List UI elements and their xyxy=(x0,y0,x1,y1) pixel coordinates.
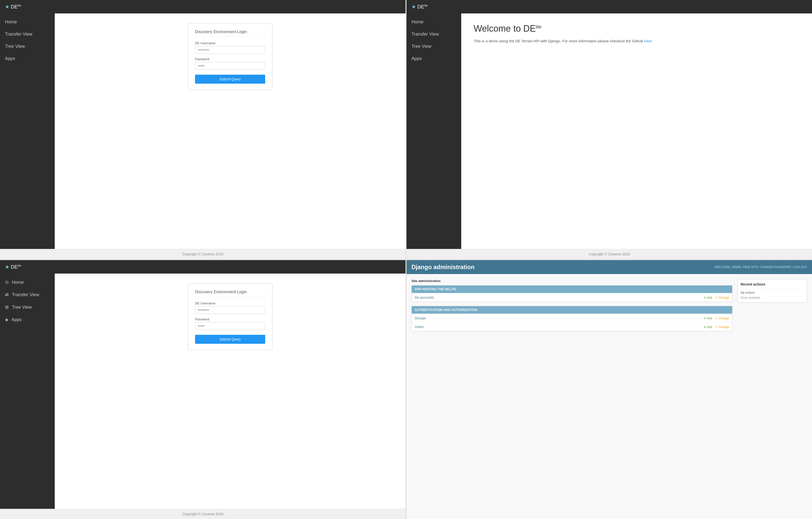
panel1-login-box: Discovery Environment Login DE Username … xyxy=(188,23,272,90)
django-site-admin-title: Site administration xyxy=(411,279,732,283)
none-available-label: None available xyxy=(741,296,804,299)
nav-transfer-2[interactable]: Transfer View xyxy=(406,28,461,40)
panel3-sidebar: ⊙ Home ⇄ Transfer View ⊞ Tree View ◈ App… xyxy=(0,274,55,509)
tree-icon: ⊞ xyxy=(5,304,9,310)
django-users-change[interactable]: ✎ Change xyxy=(716,325,729,329)
panel3-password-input[interactable] xyxy=(195,322,265,330)
panel3-login-title: Discovery Environment Login xyxy=(195,290,265,297)
panel1-submit-button[interactable]: Submit Query xyxy=(195,75,265,84)
panel2-brand: ★ DElite xyxy=(411,4,428,10)
django-title: Django administration xyxy=(411,264,474,271)
panel3-brand: ★ DElite xyxy=(5,264,21,270)
panel3-login-container: Discovery Environment Login DE Username … xyxy=(55,274,406,509)
apps-icon: ◈ xyxy=(5,317,8,322)
panel1-password-group: Password xyxy=(195,57,265,70)
panel2-inner: Home Transfer View Tree View Apps Welcom… xyxy=(406,13,812,249)
pencil-icon-1: ✎ xyxy=(716,296,719,299)
pencil-icon-3: ✎ xyxy=(716,325,719,329)
panel3-topbar: ★ DElite xyxy=(0,260,406,274)
recent-actions-box: Recent actions My actions None available xyxy=(737,279,807,303)
my-actions-label: My actions xyxy=(741,291,804,295)
nav-tree-2[interactable]: Tree View xyxy=(406,40,461,53)
panel2-topbar: ★ DElite xyxy=(406,0,812,13)
panel-2: ★ DElite Home Transfer View Tree View Ap… xyxy=(406,0,812,259)
django-admin-links: WELCOME, ADMIN. VIEW SITE / CHANGE PASSW… xyxy=(715,265,807,269)
plus-icon-2: ✦ xyxy=(703,317,707,320)
nav-apps-2[interactable]: Apps xyxy=(406,53,461,65)
panel1-password-input[interactable] xyxy=(195,62,265,70)
panel3-main: Discovery Environment Login DE Username … xyxy=(55,274,406,509)
django-recent-sidebar: Recent actions My actions None available xyxy=(737,279,807,514)
panel3-password-group: Password xyxy=(195,318,265,330)
panel2-welcome-desc: This is a demo using the DE Terrain API … xyxy=(474,39,800,43)
panel2-sidebar: Home Transfer View Tree View Apps xyxy=(406,13,461,249)
django-deaccounts-actions: ✦ Add ✎ Change xyxy=(701,296,729,299)
django-groups-actions: ✦ Add ✎ Change xyxy=(701,316,729,320)
django-users-link[interactable]: Users xyxy=(415,325,424,329)
django-deaccounts-link[interactable]: De accounts xyxy=(415,296,434,299)
panel3-login-box: Discovery Environment Login DE Username … xyxy=(188,283,272,350)
panel3-username-label: DE Username xyxy=(195,301,265,305)
panel1-nav: Home Transfer View Tree View Apps xyxy=(0,13,55,249)
recent-actions-title: Recent actions xyxy=(741,282,804,289)
panel1-login-title: Discovery Environment Login xyxy=(195,30,265,37)
plus-icon-3: ✦ xyxy=(703,325,707,329)
django-body: Site administration APP HOSTING THE DELI… xyxy=(406,274,812,519)
panel3-submit-button[interactable]: Submit Query xyxy=(195,335,265,344)
panel2-welcome: Welcome to DElite This is a demo using t… xyxy=(461,13,812,249)
nav-transfer-3[interactable]: ⇄ Transfer View xyxy=(0,289,55,301)
django-app-row-groups: Groups ✦ Add ✎ Change xyxy=(412,313,732,322)
nav-apps-3[interactable]: ◈ Apps xyxy=(0,313,55,326)
django-users-actions: ✦ Add ✎ Change xyxy=(701,325,729,329)
plus-icon-1: ✦ xyxy=(703,296,707,299)
django-header: Django administration WELCOME, ADMIN. VI… xyxy=(406,260,812,274)
panel1-sidebar: Home Transfer View Tree View Apps xyxy=(0,13,55,249)
panel-4: Django administration WELCOME, ADMIN. VI… xyxy=(406,260,812,519)
panel1-inner: Home Transfer View Tree View Apps Discov… xyxy=(0,13,406,249)
panel1-username-input[interactable] xyxy=(195,46,265,54)
panel3-username-group: DE Username xyxy=(195,301,265,314)
django-groups-link[interactable]: Groups xyxy=(415,316,426,320)
panel2-github-link[interactable]: Here xyxy=(644,39,652,43)
home-icon: ⊙ xyxy=(5,279,9,285)
pencil-icon-2: ✎ xyxy=(716,317,719,320)
nav-tree-3[interactable]: ⊞ Tree View xyxy=(0,301,55,313)
django-app-group-1: APP HOSTING THE DELITE De accounts ✦ Add… xyxy=(411,285,732,302)
django-groups-add[interactable]: ✦ Add xyxy=(703,317,713,320)
panel1-username-group: DE Username xyxy=(195,41,265,54)
panel2-nav: Home Transfer View Tree View Apps xyxy=(406,13,461,249)
django-app-header-1: APP HOSTING THE DELITE xyxy=(412,285,732,293)
panel3-footer: Copyright © Cyverse 2019 xyxy=(0,509,406,519)
panel3-nav: ⊙ Home ⇄ Transfer View ⊞ Tree View ◈ App… xyxy=(0,274,55,509)
panel1-password-label: Password xyxy=(195,57,265,61)
django-deaccounts-change[interactable]: ✎ Change xyxy=(716,296,729,299)
panel1-main: Discovery Environment Login DE Username … xyxy=(55,13,406,249)
panel2-welcome-title: Welcome to DElite xyxy=(474,23,800,34)
django-app-row-users: Users ✦ Add ✎ Change xyxy=(412,322,732,331)
nav-home-3[interactable]: ⊙ Home xyxy=(0,276,55,289)
django-main-col: Site administration APP HOSTING THE DELI… xyxy=(411,279,732,514)
panel1-footer: Copyright © Cyverse 2019 xyxy=(0,249,406,259)
nav-apps-1[interactable]: Apps xyxy=(0,53,55,65)
panel3-username-input[interactable] xyxy=(195,306,265,314)
panel1-username-label: DE Username xyxy=(195,41,265,45)
django-app-row-deaccounts: De accounts ✦ Add ✎ Change xyxy=(412,293,732,302)
django-deaccounts-add[interactable]: ✦ Add xyxy=(703,296,713,299)
panel3-inner: ⊙ Home ⇄ Transfer View ⊞ Tree View ◈ App… xyxy=(0,274,406,509)
panel1-brand: ★ DElite xyxy=(5,4,21,10)
nav-transfer-1[interactable]: Transfer View xyxy=(0,28,55,40)
panel1-topbar: ★ DElite xyxy=(0,0,406,13)
nav-home-2[interactable]: Home xyxy=(406,16,461,28)
django-admin: Django administration WELCOME, ADMIN. VI… xyxy=(406,260,812,519)
panel-3: ★ DElite ⊙ Home ⇄ Transfer View ⊞ Tree V… xyxy=(0,260,406,519)
django-users-add[interactable]: ✦ Add xyxy=(703,325,713,329)
panel1-login-container: Discovery Environment Login DE Username … xyxy=(55,13,406,249)
django-app-group-2: AUTHENTICATION AND AUTHORIZATION Groups … xyxy=(411,306,732,331)
panel-1: ★ DElite Home Transfer View Tree View Ap… xyxy=(0,0,406,259)
panel3-password-label: Password xyxy=(195,318,265,321)
django-app-header-2: AUTHENTICATION AND AUTHORIZATION xyxy=(412,306,732,313)
nav-tree-1[interactable]: Tree View xyxy=(0,40,55,53)
nav-home-1[interactable]: Home xyxy=(0,16,55,28)
django-groups-change[interactable]: ✎ Change xyxy=(716,317,729,320)
panel2-footer: Copyright © Cyverse 2019 xyxy=(406,249,812,259)
